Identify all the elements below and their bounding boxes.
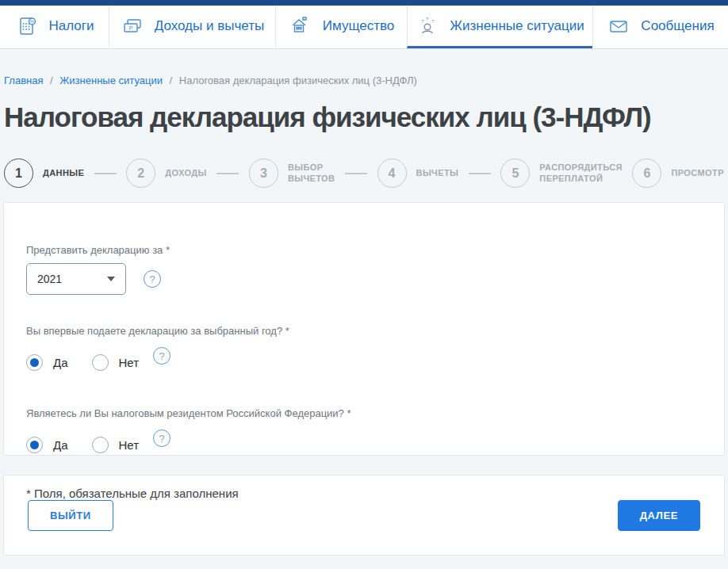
step-4-label: ВЫЧЕТЫ [416,168,459,178]
resident-radio-group: Да Нет ? [26,430,700,460]
radio-yes-label: Да [53,438,68,452]
banknotes-ruble-icon: P [121,14,144,38]
first-time-radio-no[interactable]: Нет [92,354,140,371]
tab-taxes[interactable]: % Налоги [0,6,109,48]
tab-messages-label: Сообщения [641,18,714,34]
step-2-label: ДОХОДЫ [165,168,206,178]
radio-no-label: Нет [119,356,140,369]
step-1-label: ДАННЫЕ [43,168,84,178]
tab-property-label: Имущество [323,18,394,34]
radio-yes-label: Да [53,356,68,369]
step-3-deduction-choice: 3 ВЫБОР ВЫЧЕТОВ [249,158,335,188]
radio-button-icon [26,354,43,371]
declaration-form-card: Представить декларацию за * 2021 ? Вы вп… [3,202,725,456]
main-navigation: % Налоги P Доходы и вычеты Имущество [0,6,728,49]
tab-life-situations-label: Жизненные ситуации [450,18,584,34]
step-6-label: ПРОСМОТР [671,168,723,178]
svg-text:%: % [29,19,34,24]
step-3-number: 3 [249,158,278,188]
page-title: Налоговая декларация физических лиц (3-Н… [4,100,724,135]
resident-help-icon[interactable]: ? [153,430,171,447]
year-select-value: 2021 [37,273,62,285]
breadcrumb-link-home[interactable]: Главная [4,74,43,86]
svg-text:?: ? [431,19,435,24]
step-3-label: ВЫБОР ВЫЧЕТОВ [288,162,335,183]
breadcrumb-separator: / [170,74,173,86]
exit-button[interactable]: ВЫЙТИ [28,500,113,531]
svg-text:P: P [128,25,132,30]
year-help-icon[interactable]: ? [144,270,161,288]
step-5-overpayment: 5 РАСПОРЯДИТЬСЯ ПЕРЕПЛАТОЙ [500,158,623,188]
tab-income-deductions[interactable]: P Доходы и вычеты [109,6,275,48]
house-icon [289,14,312,38]
resident-radio-no[interactable]: Нет [92,437,140,453]
resident-question-label: Являетесь ли Вы налоговым резидентом Рос… [26,407,700,419]
step-2-income: 2 ДОХОДЫ [126,158,206,188]
step-connector [469,173,491,174]
first-time-help-icon[interactable]: ? [153,347,171,365]
radio-button-icon [92,354,109,371]
breadcrumb-separator: / [50,74,53,86]
next-button[interactable]: ДАЛЕЕ [618,500,700,531]
radio-no-label: Нет [119,438,140,452]
calculator-percent-icon: % [15,14,39,38]
radio-button-icon [26,437,43,453]
year-field-label: Представить декларацию за * [26,244,700,256]
step-connector [345,173,367,174]
step-1-number: 1 [4,158,33,188]
tab-life-situations[interactable]: ? ? ? Жизненные ситуации [407,6,592,48]
step-4-deductions: 4 ВЫЧЕТЫ [377,158,459,188]
top-navy-strip [0,0,728,6]
step-connector [94,173,117,174]
step-1-data: 1 ДАННЫЕ [4,158,84,188]
radio-button-icon [92,437,109,453]
person-questions-icon: ? ? ? [416,14,439,38]
year-select[interactable]: 2021 [26,263,126,295]
resident-radio-yes[interactable]: Да [26,437,68,453]
step-6-review: 6 ПРОСМОТР [632,158,723,188]
first-time-question-label: Вы впервые подаете декларацию за выбранн… [26,325,700,337]
tab-messages[interactable]: Сообщения [592,6,728,48]
svg-text:?: ? [426,16,429,21]
breadcrumb: Главная / Жизненные ситуации / Налоговая… [4,74,724,86]
tab-income-deductions-label: Доходы и вычеты [155,18,264,34]
step-4-number: 4 [377,158,407,188]
step-5-number: 5 [500,158,530,188]
first-time-radio-yes[interactable]: Да [26,354,68,371]
step-connector [216,173,239,174]
first-time-radio-group: Да Нет ? [26,347,700,377]
tab-taxes-label: Налоги [49,18,94,34]
wizard-stepper: 1 ДАННЫЕ 2 ДОХОДЫ 3 ВЫБОР ВЫЧЕТОВ 4 ВЫЧЕ… [4,158,724,188]
svg-text:?: ? [421,19,424,24]
tab-property[interactable]: Имущество [275,6,407,48]
breadcrumb-current: Налоговая декларация физических лиц (3-Н… [179,74,417,86]
breadcrumb-link-life-situations[interactable]: Жизненные ситуации [59,74,163,86]
chevron-down-icon [107,277,115,281]
step-2-number: 2 [126,158,155,188]
envelope-icon [607,14,630,38]
step-6-number: 6 [632,158,661,188]
step-5-label: РАСПОРЯДИТЬСЯ ПЕРЕПЛАТОЙ [539,162,623,183]
